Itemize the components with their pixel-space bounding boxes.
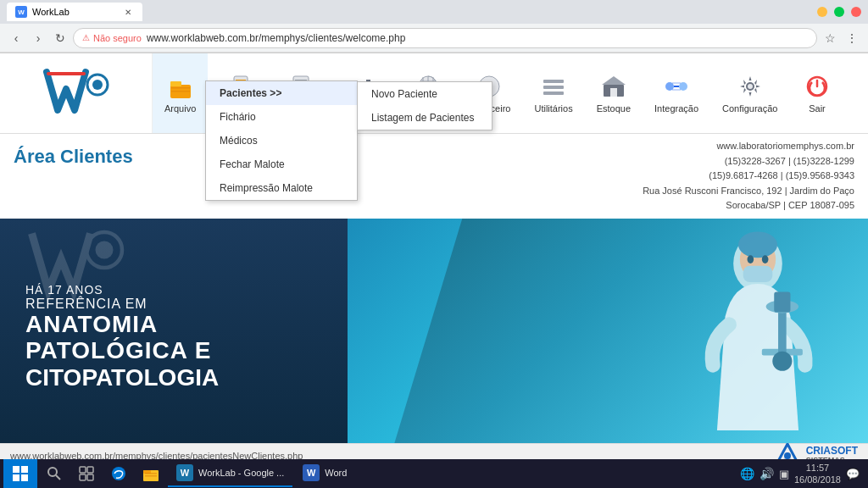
svg-line-56 [56,475,60,480]
hero-image: HÁ 17 ANOS REFERÊNCIA EM ANATOMIA PATOLÓ… [0,219,868,443]
estoque-icon [600,73,627,100]
menu-button[interactable]: ⋮ [843,29,861,47]
hero-line5: CITOPATOLOGIA [25,364,219,391]
back-button[interactable]: ‹ [7,29,25,47]
main-content: Área Clientes www.laboratoriomemphys.com… [0,134,868,443]
estoque-label: Estoque [597,103,631,114]
arquivo-icon [167,73,194,100]
worklab-app-icon: W [176,464,193,481]
address-bar[interactable]: ⚠ Não seguro www.worklabweb.com.br/memph… [73,28,817,48]
tray-notification-icon[interactable]: 💬 [846,468,860,480]
tab-close-button[interactable]: ✕ [122,6,134,18]
svg-rect-58 [87,467,93,473]
clock-time: 11:57 [794,462,841,474]
svg-point-55 [48,468,57,476]
phone2: (15)9.6817-4268 | (15)9.9568-9343 [643,169,854,184]
system-clock[interactable]: 11:57 16/08/2018 [794,462,841,486]
svg-rect-54 [21,474,28,481]
svg-point-47 [772,352,792,371]
dropdown-reimpressao[interactable]: Reimpressão Malote [206,176,357,200]
taskview-icon [79,466,94,481]
fechar-malote-label: Fechar Malote [220,158,285,170]
protocol-label: Não seguro [93,33,142,43]
svg-point-42 [762,255,769,263]
svg-rect-0 [47,72,86,75]
explorer-icon [142,465,159,482]
clock-date: 16/08/2018 [794,474,841,485]
worklab-app-label: WorkLab - Google ... [198,468,284,478]
bookmark-button[interactable]: ☆ [821,29,839,47]
submenu-listagem-pacientes[interactable]: Listagem de Pacientes [358,106,492,130]
svg-rect-46 [774,292,790,313]
hero-line1: HÁ 17 ANOS [25,283,219,297]
submenu-novo-paciente[interactable]: Novo Paciente [358,82,492,106]
svg-point-41 [748,255,754,263]
phone1: (15)3228-3267 | (15)3228-1299 [643,154,854,169]
svg-point-33 [748,84,753,89]
integracao-label: Integração [654,103,698,114]
svg-rect-64 [145,473,157,474]
toolbar-integracao[interactable]: Integração [643,53,710,133]
fichario-label: Fichário [220,111,256,123]
minimize-button[interactable] [817,7,827,17]
forward-button[interactable]: › [29,29,47,47]
configuracao-label: Configuração [722,103,777,114]
url-text: www.worklabweb.com.br/memphys/clientes/w… [147,32,405,44]
tray-volume-icon[interactable]: 🔊 [760,467,774,480]
novo-paciente-label: Novo Paciente [371,88,437,100]
window-controls [817,7,861,17]
svg-rect-59 [80,474,86,480]
tray-battery-icon: ▣ [779,468,789,480]
svg-rect-4 [170,81,181,86]
doctor-illustration [682,219,834,430]
svg-rect-51 [13,466,19,473]
svg-rect-44 [778,308,787,353]
tray-network-icon[interactable]: 🌐 [740,467,754,480]
close-button[interactable] [851,7,861,17]
svg-rect-52 [21,466,28,473]
svg-rect-57 [80,467,86,473]
taskbar-word-app[interactable]: W Word [294,460,355,487]
worklab-logo-svg [42,68,110,119]
taskbar-worklab-app[interactable]: W WorkLab - Google ... [168,460,292,487]
utilitarios-label: Utilitários [534,103,572,114]
svg-rect-24 [543,80,564,83]
sair-icon [804,73,831,100]
listagem-label: Listagem de Pacientes [371,112,474,124]
restore-button[interactable] [834,7,844,17]
svg-rect-40 [743,266,773,282]
toolbar-configuracao[interactable]: Configuração [710,53,789,133]
taskbar-search[interactable] [39,459,70,488]
toolbar-estoque[interactable]: Estoque [585,53,643,133]
search-icon [47,466,62,481]
toolbar-utilitarios[interactable]: Utilitários [522,53,584,133]
windows-icon [12,465,29,482]
dropdown-pacientes[interactable]: Pacientes >> [206,81,357,105]
sair-label: Sair [809,103,826,114]
svg-rect-25 [543,86,564,89]
svg-rect-5 [171,87,190,89]
taskbar-taskview[interactable] [71,459,102,488]
city: Sorocaba/SP | CEP 18087-095 [643,198,854,214]
word-app-icon: W [303,464,320,481]
dropdown-fechar-malote[interactable]: Fechar Malote [206,152,357,176]
svg-rect-65 [145,475,157,477]
title-bar: W WorkLab ✕ [0,0,868,24]
browser-tab[interactable]: W WorkLab ✕ [7,3,142,21]
toolbar-arquivo[interactable]: Arquivo [153,53,208,133]
pacientes-submenu: Novo Paciente Listagem de Pacientes [357,81,492,130]
hero-line2: REFERÊNCIA EM [25,297,219,312]
taskbar-explorer[interactable] [136,459,166,488]
dropdown-fichario[interactable]: Fichário [206,105,357,129]
svg-point-2 [92,80,103,90]
refresh-button[interactable]: ↻ [51,29,70,47]
arquivo-label: Arquivo [164,103,196,114]
taskbar: W WorkLab - Google ... W Word 🌐 🔊 ▣ 11:5… [0,459,868,488]
svg-point-36 [96,241,114,258]
toolbar-sair[interactable]: Sair [789,53,844,133]
tab-favicon: W [15,6,27,18]
website: www.laboratoriomemphys.com.br [643,139,854,154]
dropdown-medicos[interactable]: Médicos [206,129,357,152]
taskbar-edge[interactable] [103,459,134,488]
start-button[interactable] [3,459,37,488]
